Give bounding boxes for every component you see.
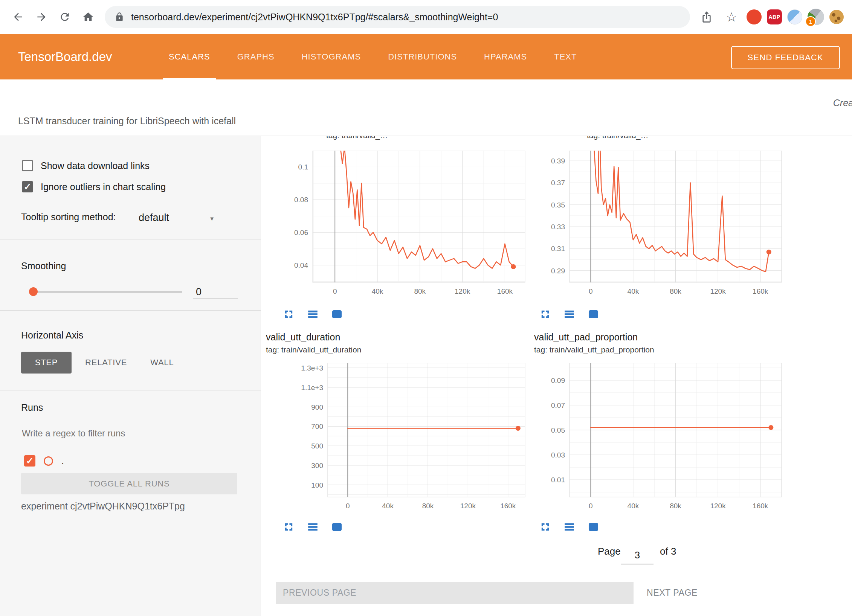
runs-filter-input[interactable] (21, 424, 239, 443)
fit-domain-icon[interactable] (585, 306, 602, 322)
show-download-links-row[interactable]: Show data download links (22, 158, 150, 173)
tooltip-sorting-label: Tooltip sorting method: (21, 212, 116, 223)
adblock-extension-icon[interactable] (747, 9, 762, 24)
svg-text:0.01: 0.01 (551, 476, 565, 484)
smoothing-value-input[interactable]: 0 (193, 283, 238, 299)
svg-text:0: 0 (333, 287, 337, 295)
reload-icon[interactable] (55, 7, 75, 27)
axis-relative-button[interactable]: RELATIVE (75, 352, 137, 374)
tab-graphs[interactable]: GRAPHS (237, 34, 275, 79)
app-logo[interactable]: TensorBoard.dev (18, 34, 112, 79)
ignore-outliers-checkbox[interactable]: ✓ (22, 181, 33, 192)
expand-chart-icon[interactable] (537, 306, 553, 322)
svg-text:100: 100 (311, 481, 323, 489)
svg-text:40k: 40k (372, 287, 383, 295)
home-icon[interactable] (78, 7, 98, 27)
chart-title: valid_utt_pad_proportion (534, 332, 638, 343)
chart-actions (537, 518, 602, 535)
svg-text:40k: 40k (628, 502, 639, 510)
address-bar[interactable]: tensorboard.dev/experiment/cj2vtPiwQHKN9… (105, 6, 690, 28)
axis-step-button[interactable]: STEP (21, 352, 72, 374)
svg-text:0.06: 0.06 (294, 229, 308, 236)
svg-text:80k: 80k (670, 287, 681, 295)
bookmark-star-icon[interactable]: ☆ (722, 7, 741, 27)
svg-text:300: 300 (311, 462, 323, 470)
page-of-label: of 3 (660, 546, 676, 557)
svg-text:1.1e+3: 1.1e+3 (301, 384, 323, 392)
svg-text:0.31: 0.31 (551, 245, 565, 253)
data-download-icon[interactable] (561, 306, 577, 322)
svg-text:80k: 80k (670, 502, 681, 510)
smoothing-slider-thumb[interactable] (29, 287, 38, 296)
checkbox-label: Ignore outliers in chart scaling (41, 181, 166, 192)
previous-page-button[interactable]: PREVIOUS PAGE (276, 582, 634, 604)
svg-text:0.07: 0.07 (551, 401, 565, 409)
share-icon[interactable] (697, 7, 716, 27)
data-download-icon[interactable] (304, 306, 321, 322)
svg-text:160k: 160k (497, 287, 513, 295)
cookie-extension-icon[interactable] (829, 10, 844, 24)
chart-actions (280, 518, 345, 535)
app-header: TensorBoard.dev SCALARS GRAPHS HISTOGRAM… (0, 34, 852, 79)
fit-domain-icon[interactable] (328, 306, 345, 322)
chart-top-right[interactable]: 0.390.370.350.330.310.29040k80k120k160k (541, 151, 789, 299)
page-root: tensorboard.dev/experiment/cj2vtPiwQHKN9… (0, 0, 852, 616)
toggle-all-runs-button[interactable]: TOGGLE ALL RUNS (21, 473, 237, 494)
svg-text:120k: 120k (460, 502, 476, 510)
page-number-input[interactable] (621, 546, 654, 564)
svg-text:0.33: 0.33 (551, 223, 565, 231)
data-download-icon[interactable] (561, 518, 577, 535)
ignore-outliers-row[interactable]: ✓ Ignore outliers in chart scaling (22, 179, 166, 194)
divider (0, 390, 261, 390)
chevron-down-icon: ▼ (209, 215, 215, 222)
avatar-badge: 1 (805, 16, 816, 27)
svg-text:0.03: 0.03 (551, 451, 565, 459)
svg-text:500: 500 (311, 442, 323, 450)
fit-domain-icon[interactable] (328, 518, 345, 535)
tab-distributions[interactable]: DISTRIBUTIONS (388, 34, 457, 79)
chart-bottom-right[interactable]: 0.090.070.050.030.01040k80k120k160k (541, 363, 789, 514)
back-icon[interactable] (8, 7, 28, 27)
chart-bottom-left[interactable]: 1.3e+31.1e+3900700500300100040k80k120k16… (299, 363, 533, 514)
run-row[interactable]: ✓ . (24, 454, 64, 468)
created-clipped-text: Crea (833, 98, 852, 108)
svg-text:0.35: 0.35 (551, 201, 565, 209)
experiment-id-label: experiment cj2vtPiwQHKN9Q1tx6PTpg (21, 501, 185, 512)
run-checkbox[interactable]: ✓ (24, 455, 35, 467)
data-download-icon[interactable] (304, 518, 321, 535)
fit-domain-icon[interactable] (585, 518, 602, 535)
tab-hparams[interactable]: HPARAMS (484, 34, 527, 79)
svg-text:0: 0 (346, 502, 350, 510)
tab-scalars[interactable]: SCALARS (169, 34, 210, 79)
experiment-subheader: Crea LSTM transducer training for LibriS… (0, 79, 852, 136)
expand-chart-icon[interactable] (537, 518, 553, 535)
svg-text:120k: 120k (710, 502, 726, 510)
lock-icon (115, 12, 124, 22)
send-feedback-button[interactable]: SEND FEEDBACK (731, 46, 840, 69)
blue-extension-icon[interactable] (787, 9, 802, 24)
chart-top-left[interactable]: 0.10.080.060.04040k80k120k160k (284, 151, 533, 299)
run-name: . (61, 456, 64, 467)
show-download-links-checkbox[interactable] (22, 160, 33, 171)
run-color-circle (44, 456, 53, 466)
svg-text:160k: 160k (753, 502, 768, 510)
tab-histograms[interactable]: HISTOGRAMS (302, 34, 361, 79)
expand-chart-icon[interactable] (280, 518, 297, 535)
tab-text[interactable]: TEXT (554, 34, 577, 79)
axis-wall-button[interactable]: WALL (140, 352, 183, 374)
svg-text:80k: 80k (422, 502, 434, 510)
svg-text:0.04: 0.04 (294, 261, 308, 269)
abp-extension-icon[interactable]: ABP (767, 9, 782, 24)
svg-text:0.08: 0.08 (294, 196, 308, 204)
profile-avatar[interactable]: 1 (808, 9, 824, 25)
page-label: Page (598, 546, 621, 557)
tooltip-sorting-dropdown[interactable]: default ▼ (139, 209, 218, 226)
smoothing-slider-track[interactable] (33, 291, 182, 293)
next-page-button[interactable]: NEXT PAGE (647, 582, 698, 604)
horizontal-axis-label: Horizontal Axis (21, 330, 83, 341)
settings-sidebar: Show data download links ✓ Ignore outlie… (0, 136, 261, 616)
forward-icon[interactable] (32, 7, 51, 27)
svg-text:0.1: 0.1 (298, 163, 308, 171)
expand-chart-icon[interactable] (280, 306, 297, 322)
experiment-description: LSTM transducer training for LibriSpeech… (18, 116, 236, 127)
